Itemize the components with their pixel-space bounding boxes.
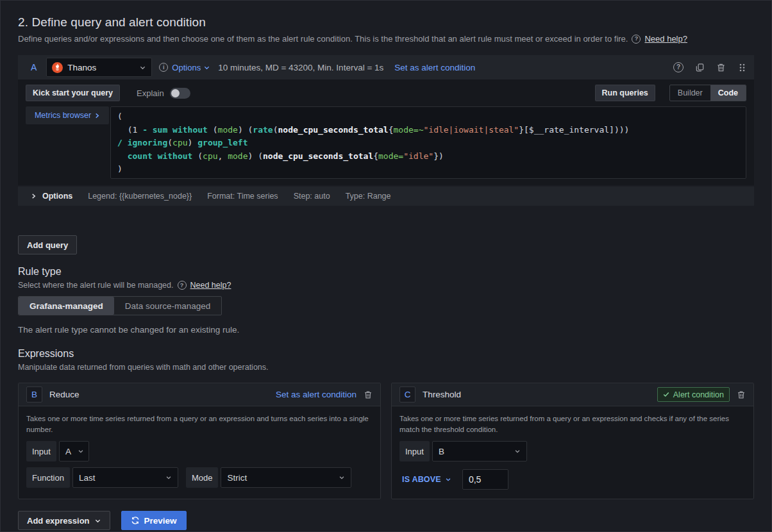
expressions-row: B Reduce Set as alert condition Takes on… [18,383,754,499]
threshold-type-label: Threshold [423,390,461,399]
rule-type-datasource-managed[interactable]: Data source-managed [114,297,222,315]
reduce-header: B Reduce Set as alert condition [19,383,380,406]
page-subtitle-text: Define queries and/or expressions and th… [18,34,628,44]
check-icon [663,392,669,397]
query-options-summary: 10 minutes, MD = 43200, Min. Interval = … [218,63,383,72]
query-header: A Thanos i Options 10 minutes, MD = 4320… [18,55,754,79]
rule-type-grafana-managed[interactable]: Grafana-managed [19,297,114,315]
expression-reduce: B Reduce Set as alert condition Takes on… [18,383,381,499]
delete-threshold-icon[interactable] [737,390,746,399]
chevron-down-icon [139,64,146,71]
threshold-input-label: Input [399,441,430,461]
reduce-function-value: Last [79,473,96,483]
preview-button[interactable]: Preview [121,511,187,530]
reduce-input-select[interactable]: A [59,441,89,461]
option-type: Type: Range [346,192,391,201]
preview-label: Preview [144,516,177,526]
duplicate-query-icon[interactable] [695,63,705,72]
need-help-link[interactable]: Need help? [644,34,687,44]
threshold-condition-label: IS ABOVE [402,475,441,484]
reduce-input-value: A [65,447,71,456]
editor-mode-code[interactable]: Code [710,85,746,101]
threshold-ref-badge[interactable]: C [399,387,415,403]
chevron-down-icon [339,474,345,481]
reduce-set-alert-condition-link[interactable]: Set as alert condition [276,390,357,399]
option-step: Step: auto [294,192,330,201]
sync-icon [131,516,140,525]
reduce-description: Takes one or more time series returned f… [26,413,369,435]
chevron-down-icon [445,476,451,483]
footer-actions: Add expression Preview [18,511,754,530]
chevron-right-icon [31,193,37,199]
threshold-value-input[interactable] [462,469,508,490]
threshold-condition-select[interactable]: IS ABOVE [399,475,454,484]
explain-toggle[interactable] [170,88,190,99]
expressions-subtitle-text: Manipulate data returned from queries wi… [18,363,269,372]
define-query-step: 2. Define query and alert condition Defi… [0,0,772,532]
delete-query-icon[interactable] [716,63,726,72]
query-body: Kick start your query Explain Run querie… [18,79,754,185]
reduce-mode-select[interactable]: Strict [221,467,351,488]
alert-condition-badge-label: Alert condition [673,390,724,399]
metrics-browser-label: Metrics browser [35,111,91,120]
reduce-mode-label: Mode [186,467,219,488]
page-title: 2. Define query and alert condition [18,15,754,29]
reduce-function-select[interactable]: Last [72,467,178,488]
chevron-down-icon [78,448,84,454]
info-circle-icon: i [159,63,168,72]
threshold-input-value: B [439,447,444,456]
rule-type-title: Rule type [18,266,754,278]
reduce-input-label: Input [26,441,56,461]
set-as-alert-condition-link[interactable]: Set as alert condition [394,63,475,72]
query-options-label: Options [172,63,201,72]
option-format: Format: Time series [207,192,278,201]
reduce-body: Takes one or more time series returned f… [19,406,380,497]
chevron-right-icon [94,113,100,119]
query-ref-id: A [31,62,37,72]
options-expander[interactable]: Options [31,192,72,201]
help-circle-icon: ? [178,281,187,290]
toggle-knob [171,89,180,97]
metrics-browser-button[interactable]: Metrics browser [26,106,109,124]
editor-mode-switch: Builder Code [669,85,746,101]
reduce-mode-value: Strict [227,473,247,483]
rule-type-radio-group: Grafana-managed Data source-managed [18,296,222,315]
rule-type-subtitle-text: Select where the alert rule will be mana… [18,281,174,290]
reduce-ref-badge[interactable]: B [26,387,42,403]
chevron-down-icon [514,448,521,454]
datasource-name: Thanos [67,63,135,72]
add-query-button[interactable]: Add query [18,235,77,254]
option-legend: Legend: {{kubernetes_node}} [88,192,192,201]
query-editor-panel: A Thanos i Options 10 minutes, MD = 4320… [18,55,754,206]
threshold-header: C Threshold Alert condition [392,383,753,406]
reduce-function-label: Function [26,467,70,488]
drag-handle-icon[interactable] [737,63,746,72]
datasource-picker[interactable]: Thanos [46,58,152,77]
threshold-body: Takes one or more time series returned f… [392,406,753,499]
threshold-description: Takes one or more time series returned f… [399,413,743,435]
query-toolbar: Kick start your query Explain Run querie… [26,85,746,101]
rule-type-note: The alert rule type cannot be changed fo… [18,325,754,335]
help-circle-icon: ? [632,35,641,44]
promql-editor[interactable]: ( (1 - sum without (mode) (rate(node_cpu… [110,106,746,179]
run-queries-button[interactable]: Run queries [595,85,655,101]
rule-type-subtitle: Select where the alert rule will be mana… [18,281,754,290]
chevron-down-icon [94,517,101,524]
rule-type-need-help-link[interactable]: Need help? [190,281,231,290]
thanos-logo-icon [52,62,63,73]
kick-start-query-button[interactable]: Kick start your query [26,85,120,101]
alert-condition-badge[interactable]: Alert condition [657,387,730,402]
options-expander-label: Options [42,192,72,201]
editor-mode-builder[interactable]: Builder [670,85,710,101]
expressions-title: Expressions [18,348,754,360]
query-options-toggle[interactable]: Options [172,63,210,72]
add-expression-button[interactable]: Add expression [18,511,110,530]
page-subtitle: Define queries and/or expressions and th… [18,34,754,44]
explain-toggle-group: Explain [137,88,190,99]
delete-reduce-icon[interactable] [364,390,373,399]
chevron-down-icon [203,64,210,71]
explain-label: Explain [137,88,164,98]
query-help-icon[interactable]: ? [673,62,684,72]
threshold-input-select[interactable]: B [432,441,527,461]
expressions-subtitle: Manipulate data returned from queries wi… [18,363,754,372]
